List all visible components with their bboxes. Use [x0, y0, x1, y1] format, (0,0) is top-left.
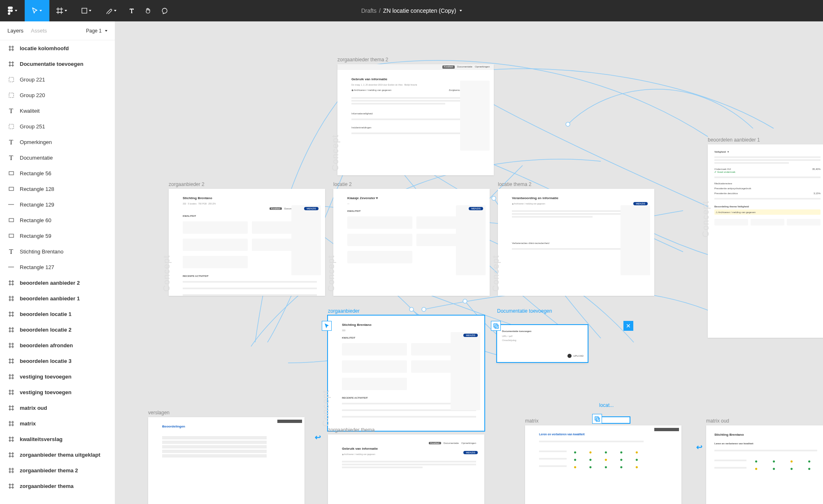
move-handle-icon[interactable] [322, 321, 332, 331]
concept-watermark: Concept [326, 255, 337, 292]
line-icon [7, 263, 15, 271]
svg-rect-3 [9, 93, 14, 98]
frame-zorgaanbieder[interactable]: Concept Stichting Brentano 333 KWALITEIT… [328, 316, 484, 431]
copy-icon[interactable] [592, 414, 602, 424]
frame-beoordelen-aanbieder-1[interactable]: Concept Veiligheid ▾ Onderzoek IGJ35,40%… [708, 144, 823, 338]
layer-label: matrix [20, 420, 36, 427]
tab-layers[interactable]: Layers [7, 28, 23, 34]
breadcrumb[interactable]: Drafts / ZN locatie concepten (Copy) [361, 0, 462, 21]
comment-tool-button[interactable] [156, 0, 173, 21]
move-tool-button[interactable] [25, 0, 49, 21]
layer-row[interactable]: beoordelen locatie 1 [0, 306, 115, 322]
frame-label[interactable]: zorgaanbieder thema [328, 427, 374, 433]
chevron-down-icon [40, 10, 42, 12]
back-arrow-icon[interactable]: ↩ [315, 433, 321, 442]
frame-label[interactable]: locatie 2 [333, 181, 352, 187]
chevron-down-icon [65, 10, 67, 12]
frame-label[interactable]: locatie thema 2 [498, 181, 531, 187]
layer-row[interactable]: beoordelen locatie 2 [0, 322, 115, 337]
frame-title: Leren en verbeteren van kwaliteit [539, 433, 644, 436]
pen-tool-button[interactable] [99, 0, 123, 21]
layer-label: Group 251 [20, 123, 45, 130]
line-icon [7, 201, 15, 208]
layer-row[interactable]: vestiging toevoegen [0, 384, 115, 400]
frame-zorgaanbieder-2[interactable]: Concept Stichting Brentano 333 5 locatie… [169, 189, 325, 296]
frame-zorgaanbieder-thema[interactable]: KwaliteitDocumentatieOpmerkingen Gebruik… [328, 434, 484, 504]
rect-icon [7, 185, 15, 193]
frame-label[interactable]: matrix oud [706, 418, 729, 424]
frame-locatie-2[interactable]: Concept Klaasje Zevenster ▾ — KWALITEIT … [333, 189, 490, 296]
layer-row[interactable]: Rectangle 128 [0, 181, 115, 197]
layer-row[interactable]: kwaliteitsverslag [0, 431, 115, 447]
close-button[interactable]: ✕ [623, 321, 633, 331]
layer-row[interactable]: beoordelen afronden [0, 337, 115, 353]
layer-row[interactable]: Stichting Brentano [0, 244, 115, 259]
text-icon [7, 154, 15, 161]
frame-verslagen[interactable]: Beoordelingen [148, 417, 305, 504]
hand-tool-button[interactable] [140, 0, 156, 21]
layer-row[interactable]: Opmerkingen [0, 134, 115, 150]
text-icon [7, 248, 15, 255]
copy-icon[interactable] [491, 321, 501, 331]
layer-label: kwaliteitsverslag [20, 436, 63, 442]
frame-locatie-kolomhoofd[interactable] [599, 417, 630, 423]
layer-row[interactable]: Rectangle 56 [0, 165, 115, 181]
group-icon [7, 91, 15, 99]
tab-assets[interactable]: Assets [31, 28, 47, 34]
frame-tool-button[interactable] [49, 0, 74, 21]
frame-label[interactable]: Documentatie toevoegen [497, 308, 552, 314]
frame-matrix-oud[interactable]: Stichting Brentano Leren en verbeteren v… [706, 425, 823, 504]
layer-row[interactable]: zorgaanbieder thema [0, 478, 115, 494]
svg-rect-2 [9, 77, 14, 82]
layer-row[interactable]: vestiging toevoegen [0, 369, 115, 384]
svg-rect-6 [9, 187, 14, 190]
frame-label[interactable]: zorgaanbieder [328, 308, 360, 314]
layer-row[interactable]: Kwaliteit [0, 103, 115, 118]
back-arrow-icon[interactable]: ↩ [696, 443, 702, 452]
frame-zorgaanbieder-thema-2[interactable]: Concept KwaliteitDocumentatieOpmerkingen… [337, 64, 494, 175]
layer-row[interactable]: matrix oud [0, 400, 115, 416]
frame-label[interactable]: matrix [525, 418, 539, 424]
layer-row[interactable]: zorgaanbieder thema 2 [0, 462, 115, 478]
layer-row[interactable]: Group 220 [0, 87, 115, 103]
layer-row[interactable]: beoordelen locatie 3 [0, 353, 115, 369]
frame-icon [7, 435, 15, 443]
layer-row[interactable]: Rectangle 60 [0, 212, 115, 228]
shape-tool-button[interactable] [74, 0, 99, 21]
main-menu-button[interactable] [0, 0, 25, 21]
frame-label[interactable]: locat... [599, 402, 614, 408]
layer-row[interactable]: Rectangle 129 [0, 197, 115, 212]
frame-documentatie-toevoegen[interactable]: Documentatie toevoegen URL / pdf Omschri… [497, 325, 588, 362]
layer-row[interactable]: beoordelen aanbieder 2 [0, 275, 115, 290]
concept-watermark: Concept [491, 255, 501, 292]
layer-row[interactable]: Rectangle 127 [0, 259, 115, 275]
svg-point-18 [566, 122, 570, 126]
canvas[interactable]: zorgaanbieder thema 2 Concept KwaliteitD… [115, 21, 823, 504]
layer-row[interactable]: Rectangle 59 [0, 228, 115, 244]
layer-label: Opmerkingen [20, 139, 52, 145]
frame-matrix[interactable]: Leren en verbeteren van kwaliteit ●●●●● … [525, 425, 681, 504]
svg-rect-7 [9, 218, 14, 222]
frame-label[interactable]: verslagen [148, 410, 170, 416]
concept-watermark: Concept [700, 201, 711, 237]
layer-row[interactable]: locatie kolomhoofd [0, 40, 115, 56]
layer-label: zorgaanbieder thema [20, 483, 74, 489]
layer-row[interactable]: Group 251 [0, 118, 115, 134]
rectangle-icon [81, 8, 87, 14]
frame-icon [7, 388, 15, 396]
frame-label[interactable]: zorgaanbieder thema 2 [337, 57, 388, 63]
frame-label[interactable]: beoordelen aanbieder 1 [708, 137, 760, 143]
layer-row[interactable]: beoordelen aanbieder 1 [0, 290, 115, 306]
frame-locatie-thema-2[interactable]: Concept Verantwoording en informatie ◉ A… [498, 189, 654, 296]
layer-label: beoordelen aanbieder 1 [20, 295, 80, 302]
svg-rect-1 [82, 8, 87, 13]
layer-row[interactable]: Documentatie [0, 150, 115, 165]
layer-row[interactable]: matrix [0, 416, 115, 431]
group-icon [7, 76, 15, 83]
page-selector[interactable]: Page 1 [86, 28, 107, 34]
layer-row[interactable]: zorgaanbieder thema uitgeklapt [0, 447, 115, 462]
text-tool-button[interactable] [123, 0, 140, 21]
frame-label[interactable]: zorgaanbieder 2 [169, 181, 205, 187]
layer-row[interactable]: Documentatie toevoegen [0, 56, 115, 72]
layer-row[interactable]: Group 221 [0, 72, 115, 87]
